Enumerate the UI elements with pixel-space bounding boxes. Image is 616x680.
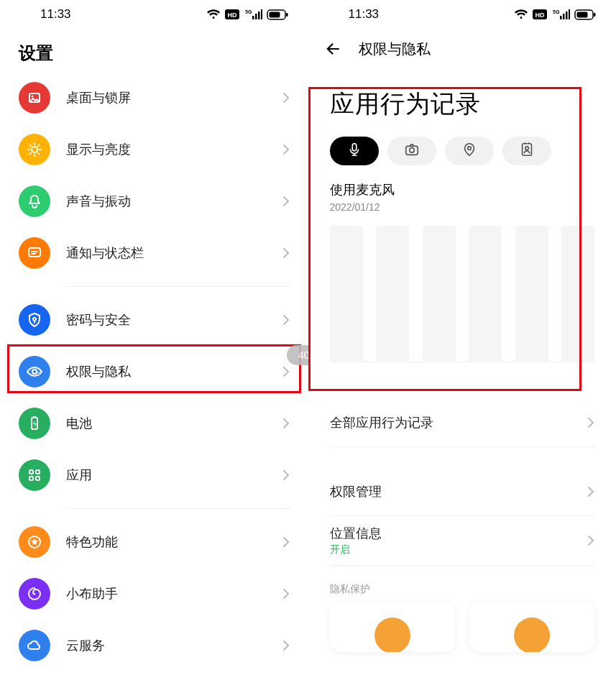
svg-rect-34 bbox=[352, 144, 357, 151]
chevron-right-icon bbox=[282, 366, 290, 377]
star-icon bbox=[19, 526, 50, 558]
section-label: 隐私保护 bbox=[308, 566, 617, 602]
settings-item-cloud[interactable]: 云服务 bbox=[12, 620, 297, 671]
settings-item-label: 应用 bbox=[50, 467, 282, 484]
svg-rect-33 bbox=[594, 13, 596, 17]
privacy-menu: 全部应用行为记录 权限管理 位置信息 开启 bbox=[308, 398, 617, 566]
chart-bar bbox=[330, 226, 363, 362]
chevron-right-icon bbox=[282, 196, 290, 207]
menu-item-label: 位置信息 bbox=[330, 525, 382, 542]
svg-rect-28 bbox=[563, 14, 565, 19]
menu-item-sublabel: 开启 bbox=[330, 543, 350, 556]
settings-item-password-security[interactable]: 密码与安全 bbox=[12, 294, 297, 346]
chart-bar bbox=[376, 226, 409, 362]
chevron-right-icon bbox=[282, 536, 290, 548]
menu-item-all-records[interactable]: 全部应用行为记录 bbox=[330, 398, 595, 447]
privacy-card[interactable] bbox=[469, 602, 594, 652]
chevron-right-icon bbox=[282, 92, 290, 104]
settings-item-desktop-lockscreen[interactable]: 桌面与锁屏 bbox=[12, 72, 297, 124]
svg-rect-18 bbox=[33, 416, 36, 418]
settings-item-features[interactable]: 特色功能 bbox=[12, 516, 297, 568]
battery-icon bbox=[19, 408, 50, 439]
image-icon bbox=[19, 82, 50, 114]
svg-rect-29 bbox=[566, 12, 568, 19]
settings-item-sound-vibration[interactable]: 声音与振动 bbox=[12, 175, 297, 227]
settings-item-assistant[interactable]: 小布助手 bbox=[12, 568, 297, 620]
settings-item-label: 特色功能 bbox=[50, 533, 282, 551]
chevron-right-icon bbox=[282, 640, 290, 651]
settings-item-label: 电池 bbox=[50, 415, 282, 432]
grid-icon bbox=[19, 459, 50, 491]
svg-rect-19 bbox=[29, 470, 33, 474]
svg-rect-22 bbox=[36, 477, 40, 480]
settings-item-display-brightness[interactable]: 显示与亮度 bbox=[12, 124, 297, 175]
svg-point-39 bbox=[525, 147, 528, 150]
settings-item-label: 密码与安全 bbox=[50, 311, 282, 328]
arrow-left-icon bbox=[323, 40, 342, 58]
chevron-right-icon bbox=[282, 314, 290, 326]
eye-icon bbox=[19, 356, 50, 387]
svg-text:5G: 5G bbox=[553, 9, 560, 14]
settings-item-battery[interactable]: 电池 bbox=[12, 398, 297, 449]
status-bar: 11:33 HD 5G bbox=[0, 0, 308, 29]
privacy-card[interactable] bbox=[330, 602, 455, 652]
back-button[interactable] bbox=[321, 37, 344, 60]
filter-location[interactable] bbox=[445, 137, 494, 165]
chart-bar bbox=[469, 226, 502, 362]
svg-text:HD: HD bbox=[227, 12, 236, 19]
chevron-right-icon bbox=[282, 418, 290, 429]
sun-icon bbox=[19, 134, 50, 165]
status-icons: HD 5G bbox=[206, 9, 288, 20]
menu-item-location-info[interactable]: 位置信息 开启 bbox=[330, 516, 595, 566]
settings-item-notification-statusbar[interactable]: 通知与状态栏 bbox=[12, 227, 297, 279]
settings-item-privacy-permissions[interactable]: 权限与隐私 bbox=[12, 346, 297, 398]
chevron-right-icon bbox=[587, 417, 594, 428]
usage-label: 使用麦克风 bbox=[330, 181, 595, 198]
chevron-right-icon bbox=[587, 486, 594, 497]
svg-point-37 bbox=[467, 147, 471, 150]
svg-point-36 bbox=[409, 148, 413, 152]
mic-icon bbox=[346, 142, 362, 160]
bell-icon bbox=[19, 185, 50, 217]
hd-icon: HD bbox=[533, 9, 547, 19]
menu-item-label: 权限管理 bbox=[330, 483, 588, 500]
hd-icon: HD bbox=[225, 9, 239, 19]
svg-text:5G: 5G bbox=[245, 9, 252, 14]
filter-contacts[interactable] bbox=[502, 137, 551, 165]
camera-icon bbox=[404, 142, 420, 160]
clock: 11:33 bbox=[40, 7, 71, 22]
page-title: 设置 bbox=[0, 29, 308, 72]
page-header: 权限与隐私 bbox=[308, 29, 617, 69]
filter-row bbox=[330, 137, 595, 165]
battery-icon bbox=[574, 9, 596, 20]
settings-list: 桌面与锁屏 显示与亮度 声音与振动 通知与状态栏 密码与安全 权限与隐私 电池 … bbox=[0, 72, 308, 671]
chart-baseline bbox=[330, 362, 595, 362]
settings-item-label: 显示与亮度 bbox=[50, 141, 282, 158]
chevron-right-icon bbox=[282, 247, 290, 259]
signal-5g-icon: 5G bbox=[551, 9, 570, 20]
svg-rect-8 bbox=[269, 12, 280, 17]
settings-item-label: 云服务 bbox=[50, 637, 282, 654]
svg-rect-6 bbox=[261, 9, 262, 19]
battery-icon bbox=[267, 9, 288, 20]
message-icon bbox=[19, 237, 50, 269]
filter-mic[interactable] bbox=[330, 137, 379, 165]
chevron-right-icon bbox=[587, 535, 594, 546]
svg-point-11 bbox=[32, 96, 34, 98]
card-icon bbox=[374, 617, 410, 652]
cloud-icon bbox=[19, 630, 50, 661]
svg-point-15 bbox=[32, 369, 37, 374]
settings-screen: 11:33 HD 5G 设置 桌面与锁屏 显示与亮度 声音与振动 通知与状态栏 … bbox=[0, 0, 308, 680]
settings-item-apps[interactable]: 应用 bbox=[12, 449, 297, 501]
clock: 11:33 bbox=[349, 7, 380, 22]
chevron-right-icon bbox=[282, 469, 290, 481]
settings-item-label: 桌面与锁屏 bbox=[50, 89, 282, 106]
filter-camera[interactable] bbox=[387, 137, 436, 165]
menu-item-perm-mgmt[interactable]: 权限管理 bbox=[330, 467, 595, 516]
usage-date: 2022/01/12 bbox=[330, 201, 595, 213]
chevron-right-icon bbox=[282, 144, 290, 155]
usage-chart bbox=[330, 226, 595, 362]
chart-bar bbox=[423, 226, 456, 362]
svg-rect-5 bbox=[258, 12, 260, 19]
card-icon bbox=[514, 617, 550, 652]
